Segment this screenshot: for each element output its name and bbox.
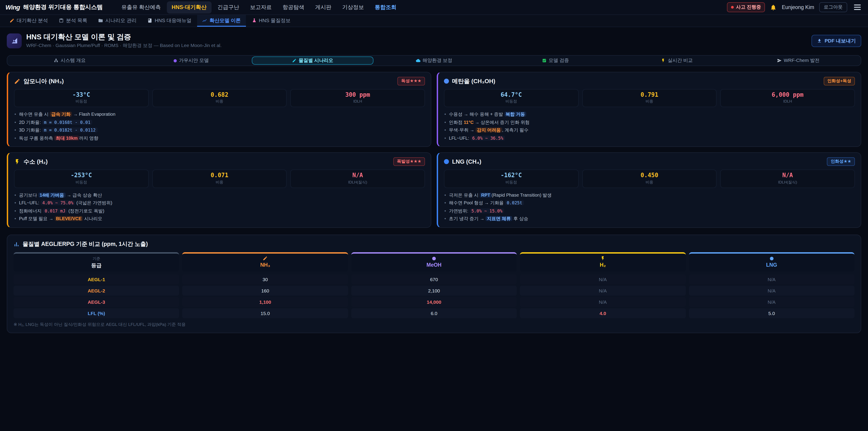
bullet-item: 초기 냉각 증기 → 지표면 체류 후 상승 bbox=[444, 216, 855, 222]
stat-value: 0.450 bbox=[584, 172, 714, 180]
main-nav: 유출유 확산예측HNS·대기확산긴급구난보고자료항공탐색게시판기상정보통합조회 bbox=[116, 1, 721, 13]
table-cell: 6.0 bbox=[351, 308, 517, 318]
nav-item-5[interactable]: 항공탐색 bbox=[278, 1, 309, 13]
subnav-tab-5[interactable]: 확산모델 이론 bbox=[197, 15, 246, 27]
nav-item-3[interactable]: 긴급구난 bbox=[213, 1, 244, 13]
stat-label: 비중 bbox=[154, 180, 284, 185]
table-cell: 4.0 bbox=[520, 308, 686, 318]
row-label: AEGL-2 bbox=[13, 285, 179, 296]
circle-icon bbox=[432, 256, 436, 260]
download-icon bbox=[817, 38, 822, 43]
substance-title: 수소 (H₂) bbox=[14, 158, 48, 166]
stat-label: 비등점 bbox=[16, 99, 146, 105]
incident-status-badge: 사고 진행중 bbox=[727, 2, 765, 12]
stat-label: 비중 bbox=[584, 180, 714, 185]
subnav-tab-4[interactable]: HNS 대응매뉴얼 bbox=[143, 15, 196, 27]
bullet-item: 가연범위: 5.0% ~ 15.0% bbox=[444, 208, 855, 214]
user-name: Eunjeong Kim bbox=[782, 4, 814, 10]
notification-bell-icon[interactable] bbox=[770, 4, 777, 11]
bullet-item: 무색·무취 → 감지 어려움, 계측기 필수 bbox=[444, 127, 855, 134]
circle-icon bbox=[174, 59, 177, 62]
stat-box: -253°C비등점 bbox=[14, 170, 149, 188]
bullet-item: 독성 구름 풍하측 최대 10km까지 영향 bbox=[14, 135, 425, 142]
logout-button[interactable]: 로그아웃 bbox=[819, 2, 847, 12]
folder-icon bbox=[98, 18, 103, 23]
subnav-tab-6[interactable]: HNS 물질정보 bbox=[247, 15, 296, 27]
col-header-NH₃: NH₃ bbox=[182, 252, 348, 271]
nav-item-8[interactable]: 통합조회 bbox=[370, 1, 401, 13]
section-tab-4[interactable]: 해양환경 보정 bbox=[373, 57, 495, 65]
hazard-badge: 폭발성★★★ bbox=[393, 157, 425, 166]
nav-item-6[interactable]: 게시판 bbox=[310, 1, 336, 13]
subnav: 대기확산 분석분석 목록시나리오 관리HNS 대응매뉴얼확산모델 이론HNS 물… bbox=[0, 15, 868, 27]
bullet-item: 해수면 유출 시 급속 기화 → Flash Evaporation bbox=[14, 112, 425, 118]
stat-value: 6,000 ppm bbox=[723, 91, 852, 99]
stat-value: 0.791 bbox=[584, 91, 714, 99]
section-tab-5[interactable]: 모델 검증 bbox=[495, 57, 616, 65]
table-cell: N/A bbox=[689, 274, 855, 284]
substance-card-lng: LNG (CH₄) 인화성★★ -162°C비등점0.450비중N/AIDLH(… bbox=[437, 153, 861, 228]
nav-item-7[interactable]: 기상정보 bbox=[337, 1, 369, 13]
brand[interactable]: Wing 해양환경 위기대응 통합시스템 bbox=[5, 3, 103, 11]
nav-item-4[interactable]: 보고자료 bbox=[245, 1, 277, 13]
stat-box: N/AIDLH(질식) bbox=[290, 170, 425, 188]
page-subtitle: WRF-Chem · Gaussian Plume/Puff · ROMS · … bbox=[26, 42, 221, 49]
bullet-item: Puff 모델 필요 → BLEVE/VCE 시나리오 bbox=[14, 216, 425, 222]
stat-label: 비중 bbox=[584, 99, 714, 105]
stat-box: 0.791비중 bbox=[582, 89, 717, 107]
table-cell: 5.0 bbox=[689, 308, 855, 318]
cloud-icon bbox=[416, 58, 420, 63]
col-header-criteria: 기준등급 bbox=[13, 252, 179, 271]
table-cell: 14,000 bbox=[351, 297, 517, 307]
bullet-item: 점화에너지 0.017 mJ (정전기로도 폭발) bbox=[14, 208, 425, 214]
bullet-item: 2D 기화율: m = 0.0168t - 0.01 bbox=[14, 119, 425, 126]
clipboard-icon bbox=[59, 18, 64, 23]
row-label: LFL (%) bbox=[13, 308, 179, 318]
stat-box: N/AIDLH(질식) bbox=[720, 170, 855, 188]
bullet-item: 극저온 유출 시 RPT(Rapid Phase Transition) 발생 bbox=[444, 192, 855, 198]
nav-item-2[interactable]: HNS·대기확산 bbox=[166, 1, 212, 13]
stat-label: 비중 bbox=[154, 99, 284, 105]
table-cell: N/A bbox=[520, 274, 686, 284]
section-tab-6[interactable]: 실시간 비교 bbox=[616, 57, 738, 65]
comparison-grid: 기준등급NH₃MeOHH₂LNGAEGL-130670N/AN/AAEGL-21… bbox=[13, 252, 855, 318]
bullet-item: 해수면 Pool 형성 → 기화율 0.025t bbox=[444, 200, 855, 206]
substance-card-meoh: 메탄올 (CH₃OH) 인화성+독성 64.7°C비등점0.791비중6,000… bbox=[437, 72, 861, 147]
pdf-export-button[interactable]: PDF 내보내기 bbox=[811, 35, 861, 47]
menu-icon[interactable] bbox=[852, 3, 863, 12]
section-tab-7[interactable]: WRF-Chem 발전 bbox=[738, 57, 859, 65]
topnav-right: 사고 진행중 Eunjeong Kim 로그아웃 bbox=[727, 2, 863, 12]
book-icon bbox=[147, 18, 152, 23]
rocket-icon bbox=[777, 58, 781, 63]
circle-icon bbox=[770, 256, 774, 260]
top-navbar: Wing 해양환경 위기대응 통합시스템 유출유 확산예측HNS·대기확산긴급구… bbox=[0, 0, 868, 15]
hazard-badge: 인화성★★ bbox=[827, 157, 855, 166]
bullet-item: 3D 기화율: m = 0.0182t - 0.0112 bbox=[14, 127, 425, 134]
hazard-badge: 독성★★★ bbox=[398, 77, 425, 86]
stat-box: 0.682비중 bbox=[152, 89, 287, 107]
subnav-tab-1[interactable]: 대기확산 분석 bbox=[4, 15, 53, 27]
stat-label: IDLH bbox=[293, 99, 423, 104]
nav-item-1[interactable]: 유출유 확산예측 bbox=[116, 1, 166, 13]
table-cell: 30 bbox=[182, 274, 348, 284]
bullet-item: LFL~UFL: 4.0% ~ 75.0% (극넓은 가연범위) bbox=[14, 200, 425, 206]
stat-value: 0.682 bbox=[154, 91, 284, 99]
col-header-LNG: LNG bbox=[689, 252, 855, 271]
stat-box: -162°C비등점 bbox=[444, 170, 579, 188]
substance-title: 암모니아 (NH₃) bbox=[14, 77, 64, 85]
table-cell: 2,100 bbox=[351, 285, 517, 296]
section-tab-3[interactable]: 물질별 시나리오 bbox=[252, 57, 373, 65]
subnav-tab-3[interactable]: 시나리오 관리 bbox=[93, 15, 142, 27]
stat-label: IDLH(질식) bbox=[723, 180, 852, 185]
bullet-item: LFL~UFL: 6.0% ~ 36.5% bbox=[444, 135, 855, 142]
section-tab-1[interactable]: 시스템 개요 bbox=[9, 57, 130, 65]
lightning-icon bbox=[14, 159, 20, 165]
subnav-tab-2[interactable]: 분석 목록 bbox=[54, 15, 92, 27]
table-cell: N/A bbox=[689, 297, 855, 307]
stat-box: 300 ppmIDLH bbox=[290, 89, 425, 107]
chart-icon bbox=[202, 18, 207, 23]
pencil-icon bbox=[263, 256, 268, 261]
section-tab-2[interactable]: 가우시안 모델 bbox=[130, 57, 252, 65]
table-cell: 670 bbox=[351, 274, 517, 284]
table-footnote: ※ H₂, LNG는 독성이 아닌 질식/인화성 위험으로 AEGL 대신 LF… bbox=[13, 321, 855, 328]
